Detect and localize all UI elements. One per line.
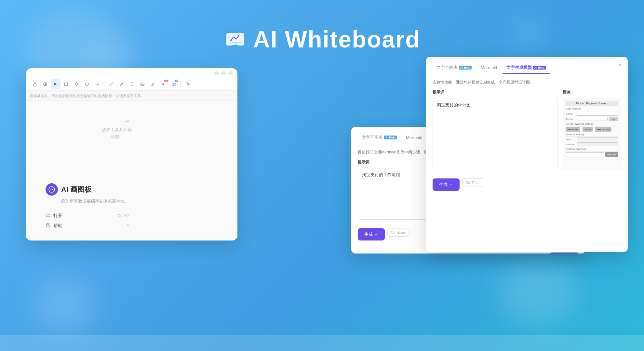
tool-settings[interactable] <box>183 79 193 89</box>
tool-ai-1[interactable]: AI <box>158 79 168 89</box>
toolbar: AI AI <box>26 78 237 91</box>
wireframe-content: Taobao Payment System User Account Name … <box>566 101 618 157</box>
bg-decoration-4 <box>498 260 579 325</box>
tab-front-badge-3: AI Beta <box>533 66 546 70</box>
panel-front-content: 实验性功能，通过您的描述让AI生成一个产品原型设计图 提示词 生成 → Ctrl… <box>426 74 628 196</box>
tool-eraser[interactable] <box>148 79 158 89</box>
tool-lock[interactable] <box>30 79 40 89</box>
canvas-center-text: 选择工具并开始 绘图！ <box>102 127 132 140</box>
toolbar-hint-text: 要移动画布，请按住鼠标滚轮或空格键同时拖拽鼠标，或使用抓手工具。 <box>30 94 144 98</box>
svg-point-22 <box>48 226 48 227</box>
panel-front-left: 提示词 生成 → Ctrl Enter <box>433 90 557 191</box>
canvas-area[interactable]: ↗ 选择工具并开始 绘图！ AI 画图板 您的所有数据都储存在浏览器本地。 <box>26 101 237 240</box>
app-logo-icon <box>224 28 247 51</box>
tool-line[interactable] <box>106 79 116 89</box>
tool-ellipse[interactable] <box>82 79 92 89</box>
header: AI Whiteboard <box>0 26 644 53</box>
front-preview-label: 预览 <box>563 90 621 95</box>
tool-hand[interactable] <box>40 79 50 89</box>
svg-point-21 <box>46 223 50 227</box>
canvas-arrow: ↗ <box>122 116 131 126</box>
tool-select[interactable] <box>51 79 60 89</box>
svg-point-10 <box>45 84 46 85</box>
menu-item-open[interactable]: 打开 Ctrl+O <box>46 211 129 221</box>
window-titlebar: — □ ✕ <box>26 68 237 78</box>
toolbar-separator-2 <box>181 81 181 87</box>
svg-point-6 <box>230 40 232 41</box>
insert-button[interactable]: 插入 → <box>549 253 579 254</box>
page-title: AI Whiteboard <box>253 26 420 53</box>
toolbar-separator-1 <box>104 81 104 87</box>
whiteboard-window: — □ ✕ <box>26 68 237 240</box>
ai-drawing-title-text: AI 画图板 <box>61 185 92 194</box>
tab-front-badge-1: AI Beta <box>459 66 472 70</box>
header-title-row: AI Whiteboard <box>224 26 420 53</box>
wf-title: Taobao Payment System <box>566 101 618 106</box>
panel-front-two-col: 提示词 生成 → Ctrl Enter 预览 Taobao Paym <box>433 90 621 191</box>
front-prompt-input[interactable] <box>433 98 557 169</box>
window-minimize-button[interactable]: — <box>214 71 219 75</box>
ai-subtitle: 您的所有数据都储存在浏览器本地。 <box>61 198 129 204</box>
panel-close-button[interactable]: ✕ <box>617 61 623 68</box>
svg-rect-11 <box>64 83 68 85</box>
tab-back-badge-1: AI Beta <box>384 136 397 139</box>
tool-ai-2[interactable]: AI <box>169 79 179 89</box>
ai-drawing-title-row: AI 画图板 <box>46 183 129 196</box>
panel-front-preview: 预览 Taobao Payment System User Account Na… <box>563 90 621 191</box>
bg-decoration-3 <box>33 276 98 335</box>
ai-icon <box>46 183 58 196</box>
back-generate-button[interactable]: 生成 → <box>358 228 385 240</box>
tool-arrow[interactable] <box>92 79 102 89</box>
tool-text[interactable] <box>127 79 137 89</box>
tab-front-text-to-diagram[interactable]: 文字至图表 AI Beta <box>433 62 476 74</box>
panel-front: ✕ 文字至图表 AI Beta Mermaid 文字生成模型 AI Beta 实… <box>426 57 628 252</box>
ai-drawing-section: AI 画图板 您的所有数据都储存在浏览器本地。 打开 Ctrl+O <box>46 183 129 231</box>
svg-point-20 <box>51 189 52 190</box>
svg-point-12 <box>85 83 88 85</box>
menu-item-help[interactable]: 帮助 ? <box>46 221 129 231</box>
front-prompt-label: 提示词 <box>433 90 557 95</box>
svg-point-18 <box>187 84 189 85</box>
back-shortcut-label: Ctrl Enter <box>391 230 406 234</box>
window-maximize-button[interactable]: □ <box>221 71 226 75</box>
panel-front-desc: 实验性功能，通过您的描述让AI生成一个产品原型设计图 <box>433 79 621 85</box>
tool-image[interactable] <box>138 79 147 89</box>
tab-back-text-to-diagram[interactable]: 文字至图表 AI Beta <box>358 132 401 144</box>
tool-diamond[interactable] <box>72 79 81 89</box>
tab-front-mermaid[interactable]: Mermaid <box>477 63 501 73</box>
tool-rectangle[interactable] <box>61 79 71 89</box>
canvas-hint-bar: 要移动画布，请按住鼠标滚轮或空格键同时拖拽鼠标，或使用抓手工具。 <box>26 91 237 101</box>
panel-front-tabs: 文字至图表 AI Beta Mermaid 文字生成模型 AI Beta <box>426 57 628 74</box>
front-wireframe-preview: Taobao Payment System User Account Name … <box>563 98 621 169</box>
help-icon <box>46 223 51 229</box>
window-close-button[interactable]: ✕ <box>228 71 233 75</box>
bottom-bar <box>0 335 644 351</box>
front-generate-button[interactable]: 生成 → <box>433 178 460 191</box>
svg-line-13 <box>110 83 113 86</box>
front-shortcut: Ctrl Enter <box>466 181 481 185</box>
tool-pencil[interactable] <box>117 79 127 89</box>
svg-rect-8 <box>34 84 36 86</box>
svg-point-7 <box>238 35 239 36</box>
tab-back-mermaid[interactable]: Mermaid <box>402 133 426 143</box>
open-folder-icon <box>46 213 51 219</box>
tab-front-text-generate[interactable]: 文字生成模型 AI Beta <box>503 62 550 74</box>
